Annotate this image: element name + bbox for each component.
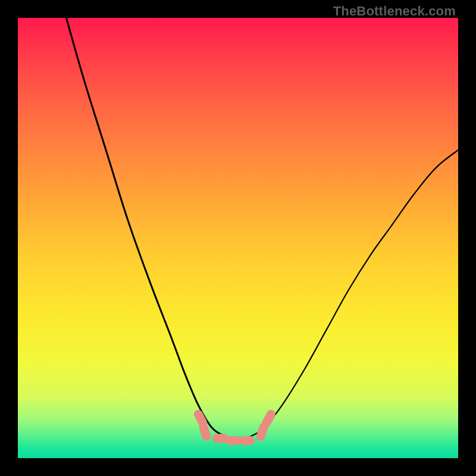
chart-frame: TheBottleneck.com [0, 0, 476, 476]
bottleneck-curve-right [238, 150, 458, 440]
bottleneck-marker [261, 409, 277, 428]
bottleneck-marker [239, 436, 255, 444]
plot-area [18, 18, 458, 458]
bottleneck-curve-left [66, 18, 238, 440]
marker-group [193, 409, 277, 445]
watermark-text: TheBottleneck.com [333, 4, 456, 19]
curves-svg [18, 18, 458, 458]
